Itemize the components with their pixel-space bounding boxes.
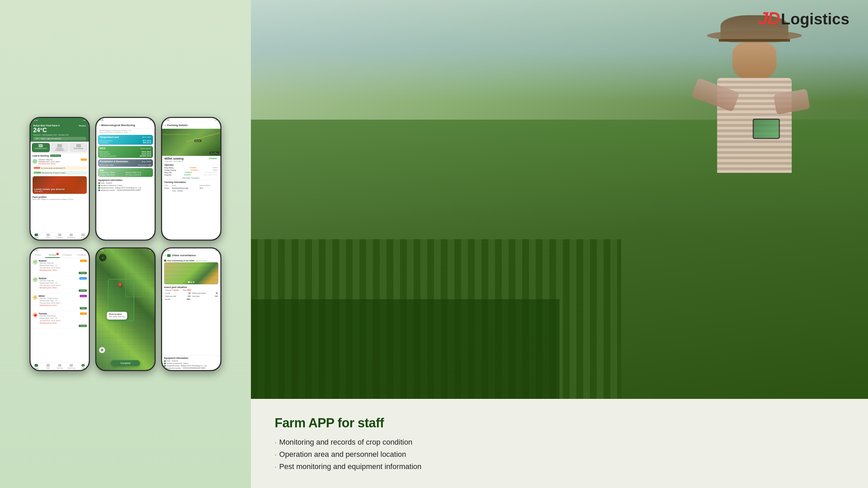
nectarine-text: Nectarine has 15 days to matur...	[42, 172, 66, 174]
soil-card: Soil Temperature: 30m/s Moisture: 56% (7…	[98, 168, 153, 177]
fertilize-type: Fertilize	[81, 159, 87, 161]
weather-detail: Rainstorm · Northwesterly 3m/s · Humidit…	[33, 134, 86, 136]
farm-profile-title: Farm profiles	[33, 196, 87, 198]
nav-field[interactable]: Field	[42, 233, 54, 239]
task-item-4: 🍅 Tomato Fertilize · Operator: Bing Wang…	[31, 311, 89, 329]
map-settings-btn[interactable]: ⚙	[99, 347, 105, 353]
tab-inprogress[interactable]: In Progress	[60, 252, 74, 258]
phone3-title: Farming Details	[167, 124, 188, 127]
other-features-btn[interactable]: Other features	[70, 143, 87, 152]
tab-completed[interactable]: Completed	[74, 252, 89, 258]
surveillance-image	[164, 262, 218, 284]
nav4-field[interactable]: Field	[42, 364, 54, 369]
farmer-operator: Operator: Ming Wu	[38, 159, 53, 161]
nav4-add[interactable]: + Add	[77, 364, 89, 369]
equipment-label: Equipment management	[52, 148, 67, 151]
nav-farming[interactable]: Farming	[54, 233, 65, 239]
surveillance-section: Pest monitoring of tea fields Data at 12…	[162, 259, 220, 285]
operator-title: Operator	[164, 164, 218, 166]
phone3-back[interactable]: ‹	[165, 123, 166, 127]
task-item-3: 🌾 Millet Vacation · Operator: Xiaojia Hu…	[31, 293, 89, 311]
map-back-btn[interactable]: ‹	[99, 254, 106, 261]
farm-profile: Farm profiles Hulun Buir Steppe is a wel…	[31, 195, 89, 201]
contact-btn-3[interactable]: Detect	[80, 307, 87, 309]
farming-item: Operator: Ming Wu Fertilize Operation ti…	[31, 158, 89, 166]
phone2-screen: 9:41 ▪▪▪ ‹ Meteorological Monitoring Met…	[96, 118, 155, 240]
phone6-equipment: Equipment information Field：Field-23 Num…	[162, 355, 220, 370]
phone4-screen: 9:41 ▪▪▪ Prepare Pending 1 In Progress C…	[31, 248, 89, 370]
task-item-2: 🌱 Radish Watering · Operator: Ming Wu · …	[31, 276, 89, 293]
tomato-banner: Lovely tomato you deserve 2022 08.31	[33, 176, 87, 194]
pest-situation: Insect pest situation · Species 7 kinds …	[162, 285, 220, 301]
phone6-header: ‹ Video surveillance	[162, 252, 220, 259]
phone2-header: ‹ Meteorological Monitoring	[96, 122, 155, 129]
pest-title: Insect pest situation	[164, 286, 218, 288]
tomato-text: Lovely tomato you deserve	[34, 188, 85, 190]
bullet-2: · Operation area and personnel location	[275, 450, 844, 459]
field-patrol-label: Field patrol record	[35, 148, 47, 149]
phone6-back[interactable]: ‹	[165, 253, 166, 257]
location-popup: Photo location 50m away from you	[107, 312, 127, 320]
top-phones-row: 9:41 ▪▪▪ Hulun Buir First Farm ▾ Weather…	[29, 117, 221, 241]
nav4-machining[interactable]: Machining	[65, 364, 77, 369]
phone2-title: Meteorological Monitoring	[101, 124, 135, 127]
contact-btn-4[interactable]: Contact	[79, 325, 87, 327]
phone3: 9:41 ▪▪▪ ‹ Farming Details Berry Wang	[161, 117, 221, 241]
tab-pending[interactable]: Pending 1	[45, 252, 60, 258]
temp-card: Temperature and 26°C 56% Max temperature…	[98, 135, 153, 145]
phone6-screen: 9:41 ▪▪▪ ‹ Video surveillance Pest monit…	[162, 248, 220, 370]
farming-info-title: Farming information	[164, 181, 218, 183]
weather-label: Weather	[79, 125, 86, 127]
complete-btn[interactable]: Complete	[111, 360, 140, 366]
phone2-subtitle: Meteorological monitoring of Field - 02 …	[96, 129, 155, 134]
precip-card: Precipitation & Illumination 0mm 4335 Pr…	[98, 159, 153, 167]
bullet-1: · Monitoring and records of crop conditi…	[275, 438, 844, 447]
phone6: 9:41 ▪▪▪ ‹ Video surveillance Pest monit…	[161, 247, 221, 371]
farmer-photo-area	[251, 0, 868, 399]
tomato-date: 2022 08.31	[34, 190, 85, 192]
contact-btn-1[interactable]: Contact	[79, 272, 87, 274]
phone3-header: ‹ Farming Details	[162, 122, 220, 129]
bottom-phones-row: 9:41 ▪▪▪ Prepare Pending 1 In Progress C…	[29, 247, 221, 371]
phone2-equipment: Equipment information Field：Field-23 Num…	[96, 178, 155, 192]
logo-area: JD Logistics	[758, 9, 849, 27]
farming-details-body: Millet sowing 16:33, April 1-16:33, Apri…	[162, 156, 220, 240]
right-panel: JD Logistics	[251, 0, 868, 488]
jd-logo-icon: JD	[758, 9, 780, 27]
nav4-farming[interactable]: Farming	[54, 364, 65, 369]
phone1-status: 9:41 ▪▪▪	[31, 118, 89, 123]
task-list: 🌱 Radish Fertilize · Operator: Ming Wu ·…	[31, 258, 89, 363]
bullet-3: · Pest monitoring and equipment informat…	[275, 462, 844, 471]
wind-card: Wind 70m/s North Wind speed 70m/s (30.0)…	[98, 146, 153, 158]
phone1-nav: Field patrol record Equipment management…	[31, 142, 89, 154]
nav-home[interactable]: Home	[31, 233, 42, 239]
back-arrow-icon[interactable]: ‹	[99, 123, 100, 127]
phone5: 9:41 ▪▪▪ Photo location	[95, 247, 156, 371]
weather-alert: Patrol · Light rain tomorrow	[41, 138, 61, 140]
pest-alert-text: Too many pests are detected, Pl...	[41, 167, 66, 169]
millet-title: Millet sowing	[164, 157, 184, 161]
phone3-map: Berry Wang Ming Wu	[162, 129, 220, 156]
contact-btn-2[interactable]: Contact	[79, 289, 87, 292]
tab-prepare[interactable]: Prepare	[31, 252, 45, 258]
equipment-mgmt-btn[interactable]: Equipment management	[51, 143, 69, 152]
pest-monitoring-label: Pest monitoring of tea fields	[167, 260, 195, 262]
phone1-header: Hulun Buir First Farm ▾ Weather 24°C Rai…	[31, 123, 89, 142]
nav-profile[interactable]: Profile	[77, 233, 89, 239]
phone2: 9:41 ▪▪▪ ‹ Meteorological Monitoring Met…	[95, 117, 156, 241]
nav-machining[interactable]: Machining	[65, 233, 77, 239]
latest-farming-label: Latest farming	[33, 155, 49, 157]
nectarine-alert: Approved Nectarine has 15 days to matur.…	[33, 171, 87, 175]
phone4-tabs: Prepare Pending 1 In Progress Completed	[31, 252, 89, 258]
phone5-screen: 9:41 ▪▪▪ Photo location	[96, 248, 155, 370]
nav4-home[interactable]: Home	[31, 364, 42, 369]
millet-dates: 16:33, April 1-16:33, April 3	[164, 161, 184, 162]
progress-badge: In progress	[208, 157, 218, 160]
view-more-ops[interactable]: View other 5 operators ›	[164, 176, 218, 180]
field-patrol-btn[interactable]: Field patrol record	[32, 143, 50, 152]
app-title: Farm APP for staff	[275, 416, 844, 430]
new-msg-badge: New Message	[50, 155, 61, 157]
phone5-map: Photo location 50m away from you ‹ ⚙ Com…	[96, 248, 155, 370]
phone1-bottom-nav: Home Field Farming Machining	[31, 232, 89, 240]
phone4: 9:41 ▪▪▪ Prepare Pending 1 In Progress C…	[29, 247, 90, 371]
